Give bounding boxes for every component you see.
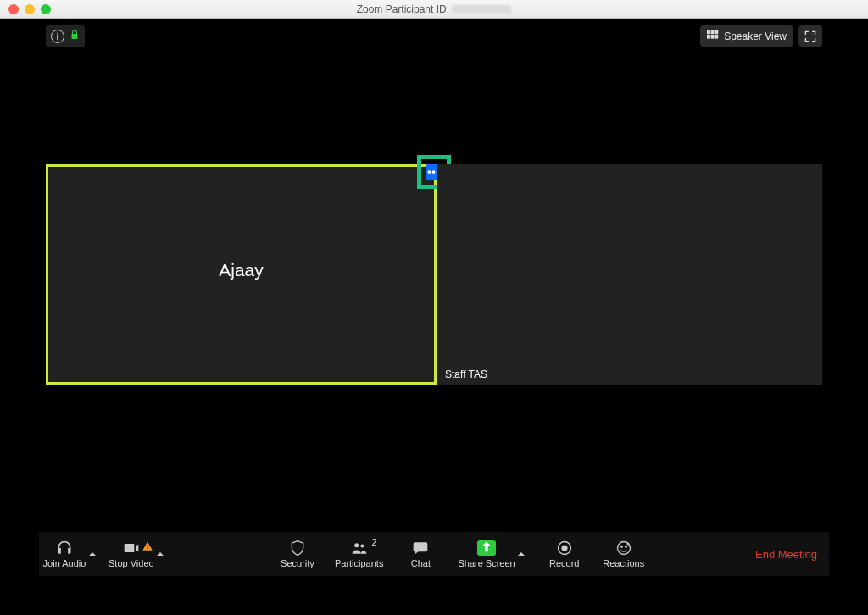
- svg-rect-7: [147, 546, 147, 548]
- svg-rect-1: [711, 30, 715, 35]
- stop-video-button[interactable]: Stop Video: [108, 540, 154, 568]
- audio-options-chevron[interactable]: [86, 550, 98, 558]
- security-label: Security: [281, 558, 314, 568]
- reactions-label: Reactions: [603, 558, 644, 568]
- svg-point-15: [625, 546, 626, 548]
- join-audio-button[interactable]: Join Audio: [42, 540, 86, 568]
- svg-rect-2: [715, 30, 719, 35]
- info-icon[interactable]: i: [51, 30, 64, 43]
- participant-name-center: Ajaay: [219, 260, 264, 280]
- view-controls: Speaker View: [700, 25, 822, 47]
- video-tile[interactable]: Staff TAS: [437, 164, 822, 385]
- svg-rect-8: [147, 548, 147, 549]
- video-tile-active[interactable]: Ajaay •••: [46, 164, 437, 385]
- headphones-icon: [56, 540, 73, 557]
- shield-icon: [289, 540, 306, 557]
- close-window-button[interactable]: [8, 4, 19, 14]
- share-icon: [477, 540, 496, 557]
- join-audio-label: Join Audio: [43, 558, 86, 568]
- video-options-chevron[interactable]: [154, 550, 166, 558]
- chat-button[interactable]: Chat: [398, 540, 442, 568]
- svg-point-12: [562, 546, 567, 551]
- share-screen-label: Share Screen: [458, 558, 515, 568]
- chat-icon: [412, 540, 429, 557]
- share-options-chevron[interactable]: [515, 550, 527, 558]
- video-icon: [123, 540, 140, 557]
- record-icon: [556, 540, 573, 557]
- window-titlebar: Zoom Participant ID:: [0, 0, 868, 19]
- chat-label: Chat: [411, 558, 431, 568]
- reactions-button[interactable]: Reactions: [602, 540, 646, 568]
- speaker-view-button[interactable]: Speaker View: [700, 25, 793, 47]
- share-screen-button[interactable]: Share Screen: [458, 540, 515, 568]
- svg-rect-4: [711, 35, 715, 39]
- video-grid: Ajaay ••• Staff TAS: [46, 164, 822, 385]
- window-controls: [0, 4, 51, 14]
- reactions-icon: [615, 540, 632, 557]
- window-title-text: Zoom Participant ID:: [357, 3, 449, 15]
- record-button[interactable]: Record: [542, 540, 587, 568]
- participant-id-blurred: [452, 5, 511, 14]
- stop-video-label: Stop Video: [108, 558, 154, 568]
- record-label: Record: [549, 558, 579, 568]
- svg-point-10: [360, 545, 364, 548]
- security-button[interactable]: Security: [275, 540, 320, 568]
- meeting-area: i Speaker View Ajaay •••: [39, 19, 829, 576]
- svg-rect-0: [707, 30, 710, 35]
- minimize-window-button[interactable]: [25, 4, 35, 14]
- fullscreen-button[interactable]: [798, 25, 822, 47]
- toolbar-center: Security 2 Participants Chat: [166, 540, 755, 568]
- toolbar-right: End Meeting: [755, 548, 829, 561]
- svg-rect-5: [715, 35, 719, 39]
- meeting-toolbar: Join Audio Stop Video: [39, 532, 829, 576]
- participant-name-corner: Staff TAS: [442, 368, 491, 381]
- toolbar-left: Join Audio Stop Video: [39, 540, 166, 568]
- participants-button[interactable]: 2 Participants: [335, 540, 383, 568]
- participants-count-badge: 2: [372, 538, 377, 547]
- encryption-lock-icon[interactable]: [70, 29, 80, 44]
- zoom-window-button[interactable]: [41, 4, 51, 14]
- gallery-icon: [707, 30, 719, 42]
- svg-point-9: [354, 543, 359, 547]
- svg-point-14: [620, 546, 622, 548]
- end-meeting-button[interactable]: End Meeting: [755, 548, 817, 561]
- people-icon: [351, 540, 368, 557]
- warning-icon: [142, 541, 153, 553]
- window-title: Zoom Participant ID:: [0, 3, 868, 15]
- meeting-info-cluster: i: [46, 25, 85, 47]
- speaker-view-label: Speaker View: [724, 30, 787, 42]
- participants-label: Participants: [335, 558, 383, 568]
- svg-rect-3: [707, 35, 710, 39]
